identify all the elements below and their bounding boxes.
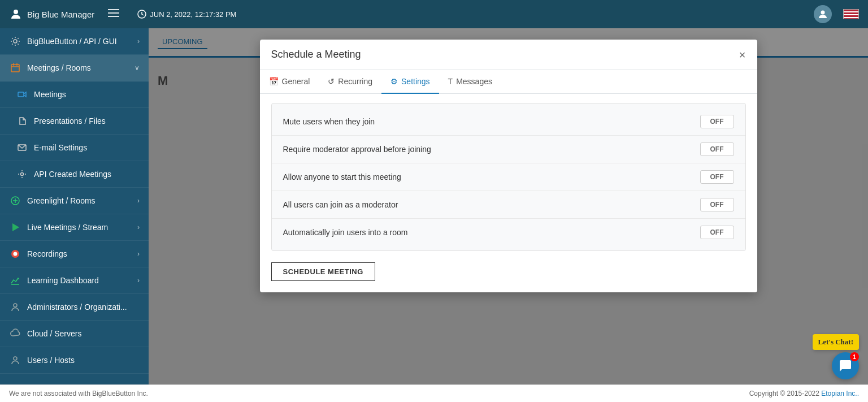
page-footer: We are not associated with BigBlueButton… [0, 384, 868, 402]
sidebar-item-live-meetings[interactable]: Live Meetings / Stream › [0, 214, 149, 241]
plus-circle-icon [9, 194, 21, 207]
record-icon [9, 248, 21, 260]
tab-recurring[interactable]: ↺ Recurring [319, 70, 381, 94]
language-flag[interactable] [843, 9, 859, 19]
setting-row-mute: Mute users when they join OFF [272, 108, 745, 136]
sidebar-item-presentations[interactable]: Presentations / Files [0, 108, 149, 135]
sidebar-item-administrators[interactable]: Administrators / Organizati... [0, 294, 149, 321]
sidebar-item-live-label: Live Meetings / Stream [27, 223, 132, 232]
sidebar-item-bigbluebutton[interactable]: BigBlueButton / API / GUI › [0, 28, 149, 55]
setting-allow-start-label: Allow anyone to start this meeting [283, 172, 401, 181]
chevron-right-icon2: › [137, 197, 140, 205]
chevron-right-icon4: › [137, 250, 140, 258]
app-name: Big Blue Manager [27, 10, 94, 19]
svg-rect-7 [11, 64, 19, 72]
svg-point-15 [14, 304, 17, 307]
toggle-moderator-button[interactable]: OFF [700, 142, 734, 156]
sidebar-item-email-label: E-mail Settings [34, 143, 140, 152]
sidebar-item-meetings-label: Meetings [34, 90, 140, 99]
sidebar-item-recordings[interactable]: Recordings › [0, 241, 149, 267]
tab-messages-label: Messages [456, 77, 492, 86]
top-navigation: Big Blue Manager JUN 2, 2022, 12:17:32 P… [0, 0, 868, 28]
modal-title: Schedule a Meeting [271, 49, 361, 60]
schedule-meeting-modal: Schedule a Meeting × 📅 General ↺ Recurri… [260, 40, 757, 292]
modal-header: Schedule a Meeting × [260, 40, 757, 70]
svg-rect-3 [108, 16, 119, 17]
datetime-display: JUN 2, 2022, 12:17:32 PM [137, 10, 236, 19]
svg-rect-8 [18, 92, 24, 97]
sidebar-item-users-hosts[interactable]: Users / Hosts [0, 347, 149, 374]
file-icon [16, 115, 28, 127]
content-area: UPCOMING M Schedule a Meeting × 📅 Genera… [149, 28, 868, 384]
setting-moderator-label: Require moderator approval before joinin… [283, 145, 431, 154]
chevron-right-icon3: › [137, 223, 140, 231]
hamburger-icon[interactable] [108, 7, 119, 21]
svg-rect-1 [108, 9, 119, 10]
sidebar-item-bigbluebutton-label: BigBlueButton / API / GUI [27, 37, 132, 46]
svg-point-16 [14, 357, 17, 360]
footer-link[interactable]: Etopian Inc.. [821, 390, 859, 397]
sidebar-item-users-label: Users / Hosts [27, 356, 140, 365]
setting-row-auto-join: Automatically join users into a room OFF [272, 219, 745, 246]
chat-sticky-note: Let's Chat! [813, 334, 859, 350]
admin-icon [9, 301, 21, 313]
svg-point-0 [14, 10, 18, 14]
svg-point-5 [821, 11, 825, 15]
schedule-meeting-button[interactable]: SCHEDULE MEETING [271, 262, 375, 281]
toggle-mute-button[interactable]: OFF [700, 115, 734, 128]
sidebar-item-cloud-label: Cloud / Servers [27, 329, 140, 338]
sidebar-item-email[interactable]: E-mail Settings [0, 135, 149, 161]
sidebar-item-greenlight[interactable]: Greenlight / Rooms › [0, 188, 149, 214]
sidebar-item-api-meetings[interactable]: API Created Meetings [0, 161, 149, 188]
toggle-allow-start-button[interactable]: OFF [700, 170, 734, 184]
gear-icon [9, 35, 21, 47]
messages-tab-icon: T [448, 77, 453, 86]
sidebar-item-recordings-label: Recordings [27, 249, 132, 258]
toggle-all-moderator-button[interactable]: OFF [700, 198, 734, 211]
setting-row-all-moderator: All users can join as a moderator OFF [272, 191, 745, 219]
setting-mute-label: Mute users when they join [283, 117, 375, 126]
cloud-icon [9, 327, 21, 340]
svg-marker-12 [12, 223, 19, 231]
tab-settings[interactable]: ⚙ Settings [381, 70, 439, 94]
toggle-auto-join-button[interactable]: OFF [700, 226, 734, 239]
footer-right-text: Copyright © 2015-2022 Etopian Inc.. [749, 390, 859, 397]
sidebar-item-meetings[interactable]: Meetings [0, 81, 149, 108]
video-icon [16, 88, 28, 101]
svg-point-10 [21, 173, 24, 176]
sidebar-item-cloud-servers[interactable]: Cloud / Servers [0, 321, 149, 347]
play-icon [9, 221, 21, 234]
modal-body: Mute users when they join OFF Require mo… [260, 103, 757, 292]
sidebar: BigBlueButton / API / GUI › Meetings / R… [0, 28, 149, 384]
api-gear-icon [16, 168, 28, 180]
tab-messages[interactable]: T Messages [439, 70, 501, 94]
sidebar-item-meetings-rooms[interactable]: Meetings / Rooms ∨ [0, 55, 149, 81]
calendar-icon [9, 62, 21, 74]
chevron-right-icon: › [137, 37, 140, 45]
svg-point-14 [14, 252, 18, 256]
user-icon [9, 354, 21, 366]
sidebar-item-learning-label: Learning Dashboard [27, 276, 132, 285]
tab-recurring-label: Recurring [338, 77, 372, 86]
setting-row-allow-start: Allow anyone to start this meeting OFF [272, 163, 745, 191]
sidebar-item-learning-dashboard[interactable]: Learning Dashboard › [0, 267, 149, 294]
modal-overlay: Schedule a Meeting × 📅 General ↺ Recurri… [149, 28, 868, 384]
settings-tab-icon: ⚙ [390, 77, 398, 86]
app-logo[interactable]: Big Blue Manager [9, 7, 94, 21]
chat-widget: Let's Chat! 1 [813, 334, 859, 379]
tab-general-label: General [282, 77, 310, 86]
tab-general[interactable]: 📅 General [260, 70, 319, 94]
chevron-down-icon: ∨ [134, 64, 140, 72]
chat-bubble-button[interactable]: 1 [832, 352, 859, 379]
setting-all-moderator-label: All users can join as a moderator [283, 200, 398, 209]
modal-tabs: 📅 General ↺ Recurring ⚙ Settings T Messa… [260, 70, 757, 94]
user-avatar[interactable] [814, 5, 832, 23]
modal-close-button[interactable]: × [739, 49, 746, 60]
setting-auto-join-label: Automatically join users into a room [283, 228, 408, 237]
svg-rect-2 [108, 12, 119, 14]
footer-left-text: We are not associated with BigBlueButton… [9, 390, 148, 397]
sidebar-item-presentations-label: Presentations / Files [34, 116, 140, 126]
sidebar-item-meetings-rooms-label: Meetings / Rooms [27, 63, 129, 72]
settings-section: Mute users when they join OFF Require mo… [271, 103, 746, 251]
chart-icon [9, 274, 21, 287]
